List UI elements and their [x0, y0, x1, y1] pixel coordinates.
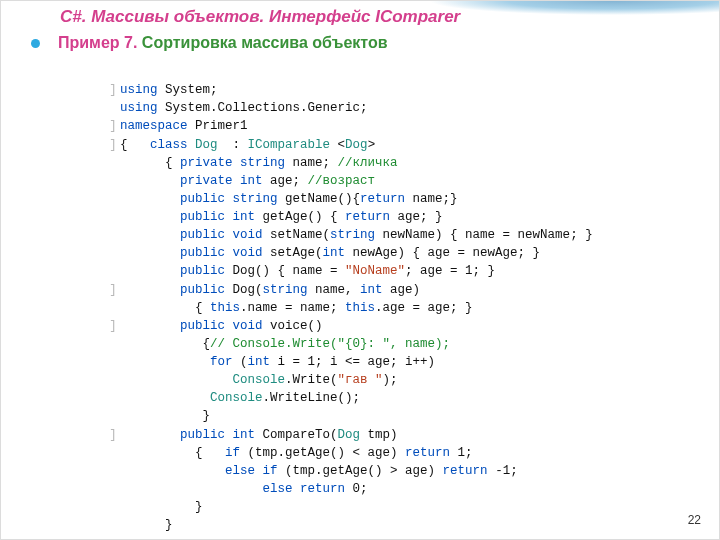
- subtitle-desc: Сортировка массива объектов: [142, 34, 388, 51]
- code-block: ]using System; using System.Collections.…: [106, 63, 666, 534]
- bullet-icon: [31, 39, 40, 48]
- subtitle-row: Пример 7. Сортировка массива объектов: [31, 34, 388, 52]
- subtitle-example: Пример 7.: [58, 34, 137, 51]
- page-title: C#. Массивы объектов. Интерфейс ICompare…: [60, 7, 460, 27]
- page-number: 22: [688, 513, 701, 527]
- subtitle: Пример 7. Сортировка массива объектов: [58, 34, 388, 52]
